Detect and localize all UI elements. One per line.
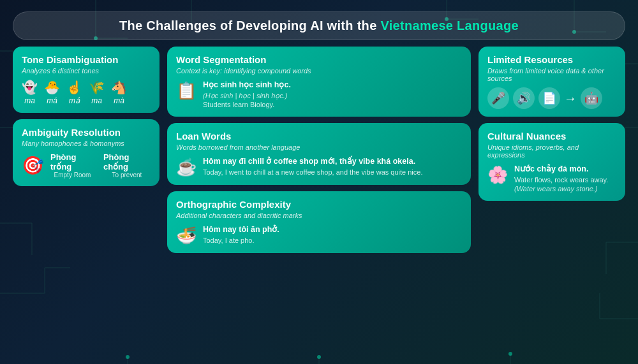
amb-word-1: Phòng trống Empty Room: [50, 152, 94, 178]
tone-label-2: má: [47, 96, 57, 105]
loan-title: Loan Words: [176, 131, 462, 142]
tone-icons-row: 👻 ma 🐣 má ☝️ mả 🌾 ma: [22, 80, 151, 105]
tone-item-4: 🌾 ma: [89, 80, 105, 105]
tone-card-title: Tone Disambiguation: [22, 54, 151, 65]
horse-icon: 🐴: [111, 80, 127, 95]
loan-viet: Hôm nay đi chill ở coffee shop mới, thấy…: [203, 156, 462, 168]
loan-text: Hôm nay đi chill ở coffee shop mới, thấy…: [203, 156, 462, 177]
flower-icon: 🌸: [487, 165, 508, 185]
ambiguity-words: Phòng trống Empty Room Phòng chống To pr…: [50, 152, 151, 178]
amb-word-viet-2: Phòng chống: [103, 152, 151, 171]
amb-word-viet-1: Phòng trống: [50, 152, 94, 171]
ambiguity-card: Ambiguity Resolution Many homophones & h…: [13, 119, 160, 186]
limited-title: Limited Resources: [487, 54, 616, 65]
limited-resources-card: Limited Resources Draws from limited voi…: [478, 47, 625, 117]
cultural-eng: Water flows, rock wears away.: [514, 175, 616, 184]
compass-icon: 🎯: [22, 155, 44, 176]
tone-disambiguation-card: Tone Disambiguation Analyzes 6 distinct …: [13, 47, 160, 113]
doc-icon: 📄: [538, 87, 560, 109]
tone-item-5: 🐴 mà: [111, 80, 127, 105]
title-prefix: The Challenges of Developing AI with the: [119, 18, 377, 33]
cultural-title: Cultural Nuances: [487, 131, 616, 142]
word-seg-paren: (Học sinh | học | sinh học.): [203, 91, 462, 100]
ortho-text: Hôm nay tôi ăn phở. Today, I ate pho.: [203, 224, 462, 245]
loan-eng: Today, I went to chill at a new coffee s…: [203, 168, 462, 177]
middle-column: Word Segmentation Context is key: identi…: [167, 47, 471, 355]
cultural-viet: Nước chảy đá mòn.: [514, 164, 616, 175]
speaker-icon: 🔊: [513, 87, 535, 109]
word-seg-subtitle: Context is key: identifying compound wor…: [176, 67, 462, 75]
tone-item-1: 👻 ma: [22, 80, 38, 105]
loan-example: ☕ Hôm nay đi chill ở coffee shop mới, th…: [176, 156, 462, 177]
cultural-paren: (Water wears away stone.): [514, 184, 616, 193]
tone-label-5: mà: [114, 96, 124, 105]
word-seg-eng: Students learn Biology.: [203, 100, 462, 109]
tone-item-3: ☝️ mả: [66, 80, 82, 105]
cultural-text: Nước chảy đá mòn. Water flows, rock wear…: [514, 164, 616, 193]
mic-icon: 🎤: [487, 87, 509, 109]
ortho-viet: Hôm nay tôi ăn phở.: [203, 224, 462, 236]
robot-icon: 🤖: [581, 87, 602, 109]
cultural-nuances-card: Cultural Nuances Unique idioms, proverbs…: [478, 123, 625, 201]
ortho-title: Orthographic Complexity: [176, 199, 462, 210]
pho-icon: 🍜: [176, 226, 197, 245]
tone-label-3: mả: [69, 96, 80, 105]
ambiguity-title: Ambiguity Resolution: [22, 127, 151, 138]
page-title: The Challenges of Developing AI with the…: [13, 11, 625, 40]
tone-label-1: ma: [24, 96, 35, 105]
word-seg-text: Học sinh học sinh học. (Học sinh | học |…: [203, 80, 462, 109]
loan-subtitle: Words borrowed from another language: [176, 143, 462, 151]
amb-word-2: Phòng chống To prevent: [103, 152, 151, 178]
resource-icons-row: 🎤 🔊 📄 → 🤖: [487, 87, 616, 109]
chick-icon: 🐣: [44, 80, 60, 95]
amb-meaning-1: Empty Room: [54, 171, 91, 178]
title-highlight: Vietnamese Language: [380, 18, 519, 33]
cultural-subtitle: Unique idioms, proverbs, and expressions: [487, 143, 616, 159]
ambiguity-content: 🎯 Phòng trống Empty Room Phòng chống To …: [22, 152, 151, 178]
ambiguity-subtitle: Many homophones & homonyms: [22, 140, 151, 147]
word-seg-viet: Học sinh học sinh học.: [203, 80, 462, 91]
grain-icon: 🌾: [89, 80, 105, 95]
left-column: Tone Disambiguation Analyzes 6 distinct …: [13, 47, 160, 355]
amb-meaning-2: To prevent: [112, 171, 142, 178]
loan-words-card: Loan Words Words borrowed from another l…: [167, 123, 471, 185]
ghost-icon: 👻: [22, 80, 38, 95]
tone-item-2: 🐣 má: [44, 80, 60, 105]
word-seg-title: Word Segmentation: [176, 54, 462, 65]
ortho-card: Orthographic Complexity Additional chara…: [167, 191, 471, 253]
arrow-right-icon: →: [564, 91, 577, 106]
ortho-example: 🍜 Hôm nay tôi ăn phở. Today, I ate pho.: [176, 224, 462, 245]
tone-label-4: ma: [91, 96, 102, 105]
word-seg-example: 📋 Học sinh học sinh học. (Học sinh | học…: [176, 80, 462, 109]
limited-subtitle: Draws from limited voice data & other so…: [487, 67, 616, 82]
ortho-eng: Today, I ate pho.: [203, 236, 462, 245]
right-column: Limited Resources Draws from limited voi…: [478, 47, 625, 355]
cultural-example: 🌸 Nước chảy đá mòn. Water flows, rock we…: [487, 164, 616, 193]
word-seg-card: Word Segmentation Context is key: identi…: [167, 47, 471, 117]
ortho-subtitle: Additional characters and diacritic mark…: [176, 212, 462, 219]
notebook-icon: 📋: [176, 81, 197, 101]
coffee-icon: ☕: [176, 157, 197, 177]
finger-icon: ☝️: [66, 80, 82, 95]
tone-card-subtitle: Analyzes 6 distinct tones: [22, 67, 151, 75]
